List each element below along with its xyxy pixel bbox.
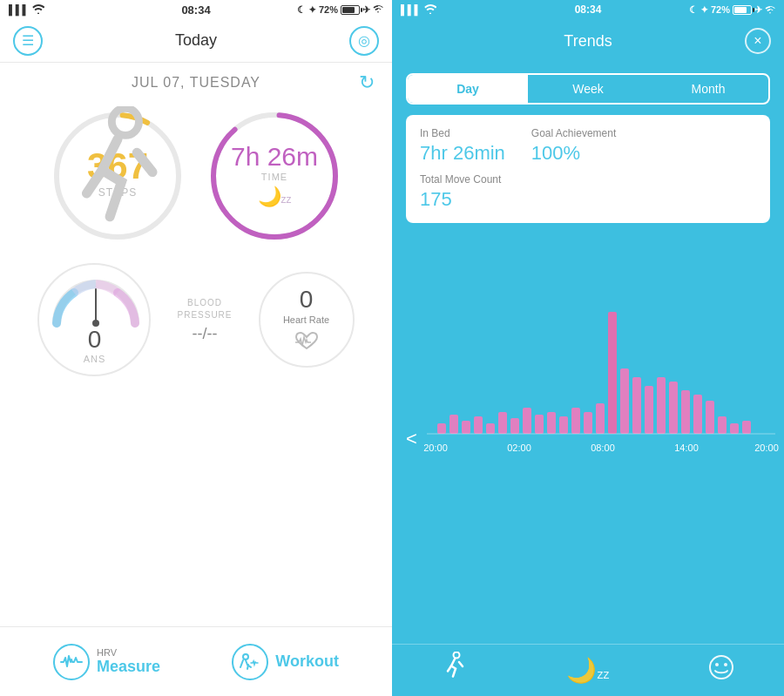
- bp-value: --/--: [193, 325, 218, 343]
- svg-point-40: [453, 652, 459, 659]
- in-bed-label: In Bed: [420, 127, 505, 139]
- steps-widget[interactable]: 367 STEPS: [48, 106, 187, 246]
- page-title-right: Trends: [564, 32, 612, 51]
- header-right: Trends ×: [392, 19, 784, 63]
- bottom-metrics-row: Vagus SNS 0 ANS BLOODPRESSURE --/-- 0 He…: [17, 263, 375, 376]
- svg-point-7: [243, 654, 248, 659]
- segment-control: Day Week Month: [406, 73, 770, 105]
- menu-button[interactable]: ☰: [13, 26, 43, 56]
- tab-mood[interactable]: [708, 654, 734, 686]
- svg-point-2: [112, 108, 139, 135]
- status-left-icons: ▌▌▌: [9, 4, 44, 16]
- time-display-right: 08:34: [575, 3, 602, 16]
- svg-rect-32: [730, 423, 739, 434]
- heart-rate-value: 0: [300, 286, 314, 314]
- wifi-icon: [32, 4, 44, 16]
- svg-rect-16: [535, 415, 544, 434]
- status-bar-left: ▌▌▌ 08:34 ☾ ✦ 72% ✈: [0, 0, 392, 19]
- svg-point-43: [724, 663, 727, 666]
- svg-rect-29: [693, 395, 702, 434]
- trend-chart: 20:00 02:00 08:00 14:00 20:00: [392, 233, 784, 460]
- page-title-left: Today: [175, 31, 217, 50]
- workout-icon: [232, 644, 268, 680]
- svg-rect-33: [742, 421, 751, 434]
- sleep-label: TIME: [261, 172, 287, 182]
- close-icon: ×: [754, 33, 761, 49]
- svg-point-42: [715, 663, 719, 666]
- battery-percent-left: 72%: [319, 4, 338, 15]
- signal-icon-right: ▌▌▌: [401, 4, 421, 15]
- tab-steps[interactable]: [442, 652, 468, 689]
- status-bar-right: ▌▌▌ 08:34 ☾ ✦ 72% ✈: [392, 0, 784, 19]
- sleep-widget[interactable]: 7h 26m TIME 🌙zz: [205, 106, 344, 246]
- svg-text:02:00: 02:00: [507, 443, 531, 453]
- in-bed-stat: In Bed 7hr 26min: [420, 127, 505, 165]
- close-button[interactable]: ×: [745, 28, 771, 54]
- time-display-left: 08:34: [181, 3, 210, 17]
- svg-rect-28: [681, 390, 690, 434]
- chart-back-button[interactable]: <: [406, 428, 417, 450]
- segment-day[interactable]: Day: [408, 75, 528, 103]
- top-metrics-row: 367 STEPS 7h 26m: [17, 106, 375, 246]
- header-left: ☰ Today ◎: [0, 19, 392, 63]
- segment-month[interactable]: Month: [648, 75, 768, 103]
- target-icon: ◎: [358, 32, 370, 49]
- sleep-icon: 🌙zz: [258, 186, 292, 208]
- date-display: JUL 07, TUESDAY: [132, 75, 260, 91]
- battery-icon-right: [733, 5, 752, 15]
- stats-card: In Bed 7hr 26min Goal Achievement 100% T…: [406, 115, 770, 223]
- battery-icon-left: [341, 5, 360, 15]
- metrics-area: 367 STEPS 7h 26m: [0, 98, 392, 626]
- svg-rect-25: [645, 386, 653, 434]
- ans-value: 0: [88, 326, 102, 354]
- wifi-icon2: [373, 4, 383, 15]
- svg-rect-12: [486, 423, 495, 434]
- svg-rect-23: [620, 368, 629, 434]
- in-bed-value: 7hr 26min: [420, 142, 505, 165]
- svg-rect-19: [571, 408, 580, 434]
- svg-point-41: [710, 656, 733, 679]
- blood-pressure-widget[interactable]: BLOODPRESSURE --/--: [177, 297, 232, 343]
- heart-rate-label: Heart Rate: [283, 314, 329, 326]
- stats-row-2: Total Move Count 175: [420, 173, 756, 211]
- move-count-value: 175: [420, 188, 756, 211]
- hrv-top-label: HRV: [97, 647, 160, 658]
- bluetooth-icon-right: ✦: [700, 4, 708, 16]
- goal-achievement-stat: Goal Achievement 100%: [531, 127, 616, 165]
- bluetooth-icon: ✦: [308, 4, 316, 16]
- signal-icon: ▌▌▌: [9, 4, 29, 15]
- segment-week[interactable]: Week: [528, 75, 648, 103]
- workout-button[interactable]: Workout: [232, 644, 339, 680]
- heart-rate-icon: [294, 330, 319, 354]
- svg-rect-8: [437, 423, 446, 434]
- hrv-nav-text: HRV Measure: [97, 647, 160, 676]
- hrv-measure-button[interactable]: HRV Measure: [53, 644, 160, 680]
- svg-rect-10: [462, 421, 470, 434]
- ans-widget[interactable]: Vagus SNS 0 ANS: [37, 263, 151, 376]
- svg-rect-30: [706, 401, 714, 434]
- target-button[interactable]: ◎: [349, 26, 379, 56]
- wifi-icon-right2: [765, 6, 775, 14]
- bp-label: BLOODPRESSURE: [177, 297, 232, 321]
- svg-text:08:00: 08:00: [591, 443, 615, 453]
- svg-rect-22: [608, 312, 617, 434]
- heart-rate-widget[interactable]: 0 Heart Rate: [259, 272, 355, 368]
- status-right-right-icons: ☾ ✦ 72% ✈: [689, 4, 775, 16]
- move-count-stat: Total Move Count 175: [420, 173, 756, 211]
- svg-rect-26: [657, 377, 666, 434]
- left-panel: ▌▌▌ 08:34 ☾ ✦ 72% ✈ ☰ Today ◎: [0, 0, 392, 696]
- tab-sleep[interactable]: 🌙zz: [566, 656, 609, 685]
- refresh-button[interactable]: ↻: [359, 71, 375, 94]
- wifi-icon-right: [424, 4, 436, 16]
- date-bar: JUL 07, TUESDAY ↻: [0, 63, 392, 98]
- svg-rect-18: [559, 416, 568, 434]
- menu-icon: ☰: [22, 32, 34, 49]
- svg-text:20:00: 20:00: [754, 443, 779, 453]
- svg-rect-13: [498, 412, 507, 434]
- right-panel: ▌▌▌ 08:34 ☾ ✦ 72% ✈ Trends × Day Week Mo…: [392, 0, 784, 696]
- workout-nav-text: Workout: [275, 652, 339, 671]
- svg-rect-9: [449, 415, 458, 434]
- airplane-icon: ✈: [362, 4, 370, 16]
- goal-label: Goal Achievement: [531, 127, 616, 139]
- bottom-nav-right: 🌙zz: [392, 644, 784, 696]
